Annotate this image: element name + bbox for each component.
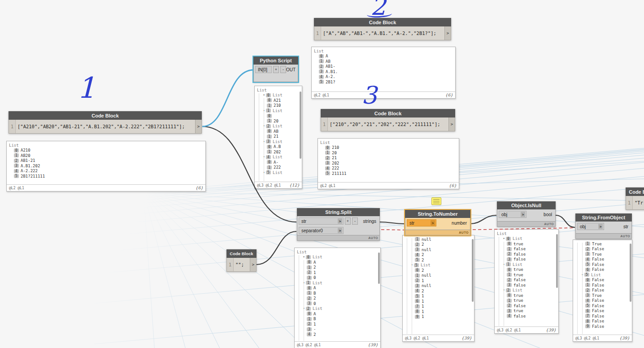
node-title[interactable]: Code Block <box>9 111 202 120</box>
node-title[interactable]: Object.IsNull <box>497 201 556 209</box>
list-item: List <box>296 249 379 255</box>
preview-bubble-cb1[interactable]: List 0 A210 1 AB20 2 AB1-21 3 A.B1.202 4 <box>6 141 206 191</box>
item-value: 222 <box>274 165 281 170</box>
node-title[interactable]: String.FromObject <box>575 213 632 222</box>
output-port-str[interactable]: str <box>623 224 630 229</box>
expand-arrow-icon[interactable]: ▾ <box>502 237 506 240</box>
levels-label[interactable]: @L2 @L1 <box>9 186 24 190</box>
scrollbar-thumb[interactable] <box>378 252 380 284</box>
list-item: 2 AB1- <box>313 64 454 70</box>
list-item: 1 222 <box>256 165 301 170</box>
list-item: 4 A-2.222 <box>8 169 205 174</box>
port-label: separator0 <box>301 228 323 233</box>
node-title[interactable]: Code Block <box>626 187 644 196</box>
output-port-bool[interactable]: bool <box>544 212 554 217</box>
scrollbar-thumb[interactable] <box>300 91 301 159</box>
node-code-block-separator[interactable]: Code Block 1 ""; > <box>226 249 257 272</box>
add-input-button[interactable]: + <box>273 66 279 73</box>
list-item: 2 false <box>496 278 557 283</box>
input-port-in0[interactable]: IN[0] <box>255 66 272 73</box>
input-port-str[interactable]: str > <box>299 218 344 225</box>
output-port-icon[interactable]: > <box>444 26 451 40</box>
node-code-block-right[interactable]: Code Block 1 "Tr <box>626 187 644 210</box>
item-value: 210 <box>332 145 339 150</box>
preview-bubble-cb2[interactable]: List 0 A 1 AB 2 AB1- 3 A.B1. 4 A-2. <box>311 47 456 99</box>
code-block-body[interactable]: 1 ["210","20","21","202","222","211111"]… <box>321 117 455 131</box>
node-title[interactable]: Code Block <box>226 249 257 258</box>
node-title[interactable]: String.ToNumber <box>405 210 470 218</box>
node-title[interactable]: Python Script <box>253 57 298 65</box>
node-title[interactable]: String.Split <box>297 208 380 216</box>
preview-bubble-python[interactable]: List ▾ 0 List 0 A21 1 210 ▾ 1 List 0 <box>254 86 302 189</box>
lacing-label[interactable]: AUTO <box>459 231 469 234</box>
code-block-body[interactable]: 1 ["A","AB","AB1-","A.B1.","A-2.","2B1?"… <box>314 26 451 40</box>
levels-label[interactable]: @L3 @L2 @L1 <box>405 336 429 340</box>
lacing-label[interactable]: AUTO <box>368 236 378 239</box>
levels-label[interactable]: @L2 @L1 <box>320 184 335 188</box>
code-text[interactable]: ""; <box>234 258 250 271</box>
levels-label[interactable]: @L3 @L2 @L1 <box>575 336 599 340</box>
preview-bubble-cb3[interactable]: List 0 210 1 20 2 21 3 202 4 222 <box>318 138 459 189</box>
scrollbar-thumb[interactable] <box>630 244 631 302</box>
levels-label[interactable]: @L3 @L2 @L1 <box>257 183 281 187</box>
node-code-block-3[interactable]: Code Block 1 ["210","20","21","202","222… <box>321 109 455 131</box>
index-badge: 2 <box>415 243 420 247</box>
node-object-isnull[interactable]: Object.IsNull obj > bool AUTO <box>497 201 556 227</box>
preview-bubble-split[interactable]: List ▾ 0 List 0 A 1 2 2 1 3 0 <box>294 248 381 348</box>
item-value: A.B1.202 <box>21 164 40 168</box>
levels-label[interactable]: @L2 @L1 <box>314 93 329 97</box>
index-badge: 6 <box>585 268 590 272</box>
index-badge: 0 <box>14 148 19 152</box>
code-block-body[interactable]: 1 ["A210","AB20","AB1-21","A.B1.202","A-… <box>9 120 202 134</box>
output-port-icon[interactable]: > <box>195 120 201 133</box>
preview-bubble-tonumber[interactable]: 1 null 2 2 3 null 4 2 5 2 ▾ 5 Lis <box>402 235 474 342</box>
levels-label[interactable]: @L3 @L2 @L1 <box>297 343 321 347</box>
scrollbar-thumb[interactable] <box>472 239 474 302</box>
node-python-script[interactable]: Python Script IN[0] + - OUT <box>253 57 298 82</box>
code-text[interactable]: ["A210","AB20","AB1-21","A.B1.202","A-2.… <box>16 120 195 133</box>
node-code-block-1[interactable]: Code Block 1 ["A210","AB20","AB1-21","A.… <box>9 111 202 134</box>
input-port-str[interactable]: str > <box>407 219 436 226</box>
node-code-block-2[interactable]: Code Block 1 ["A","AB","AB1-","A.B1.","A… <box>314 18 451 40</box>
output-port-number[interactable]: number <box>452 221 469 226</box>
input-port-obj[interactable]: obj > <box>499 211 527 218</box>
node-string-fromobject[interactable]: String.FromObject obj > str AUTO <box>575 213 632 239</box>
output-port-icon[interactable]: > <box>448 117 455 131</box>
index-badge: 0 <box>267 160 272 164</box>
output-port-out[interactable]: OUT <box>286 67 297 72</box>
lacing-label[interactable]: AUTO <box>544 222 554 226</box>
port-label: str <box>409 221 414 226</box>
preview-bubble-fromobject[interactable]: 1 True 2 False 3 True 4 False 5 False 6 <box>573 239 632 342</box>
lacing-label[interactable]: AUTO <box>620 235 630 238</box>
list-item: 5 1 <box>404 294 473 299</box>
levels-label[interactable]: @L3 @L2 @L1 <box>497 328 521 332</box>
node-string-tonumber[interactable]: String.ToNumber str > number AUTO <box>405 210 470 235</box>
input-port-separator0[interactable]: separator0 > <box>299 227 344 234</box>
output-port-icon[interactable]: > <box>250 258 256 271</box>
note-icon[interactable] <box>431 197 441 205</box>
index-badge: 4 <box>415 253 420 257</box>
remove-input-button[interactable]: - <box>352 218 358 225</box>
item-value: 2 <box>313 332 316 337</box>
output-port-strings[interactable]: strings <box>363 219 378 224</box>
code-text[interactable]: ["210","20","21","202","222","211111"]; <box>328 117 448 131</box>
index-badge: 1 <box>307 265 312 270</box>
item-value: A <box>313 286 316 290</box>
expand-arrow-icon[interactable]: ▾ <box>302 255 306 259</box>
code-text[interactable]: "Tr <box>633 196 644 209</box>
code-text[interactable]: ["A","AB","AB1-","A.B1.","A-2.","2B1?"]; <box>321 26 444 40</box>
node-string-split[interactable]: String.Split str > + - strings separator… <box>297 208 380 241</box>
scrollbar-thumb[interactable] <box>556 234 558 288</box>
expand-arrow-icon[interactable]: ▾ <box>262 93 266 97</box>
code-block-body[interactable]: 1 ""; > <box>226 258 257 272</box>
preview-bubble-isnull[interactable]: List ▾ 0 List 0 true 1 false 2 false 3 f… <box>494 229 559 334</box>
list-item: 0 A21 <box>256 98 301 103</box>
tree-line <box>304 260 304 341</box>
add-input-button[interactable]: + <box>345 218 351 225</box>
code-block-body[interactable]: 1 "Tr <box>626 196 644 210</box>
dynamo-workspace[interactable]: List 0 A210 1 AB20 2 AB1-21 3 A.B1.202 4 <box>0 0 644 348</box>
index-badge: 4 <box>585 299 590 303</box>
node-title[interactable]: Code Block <box>321 109 455 117</box>
remove-input-button[interactable]: - <box>280 66 286 73</box>
input-port-obj[interactable]: obj > <box>577 223 604 230</box>
